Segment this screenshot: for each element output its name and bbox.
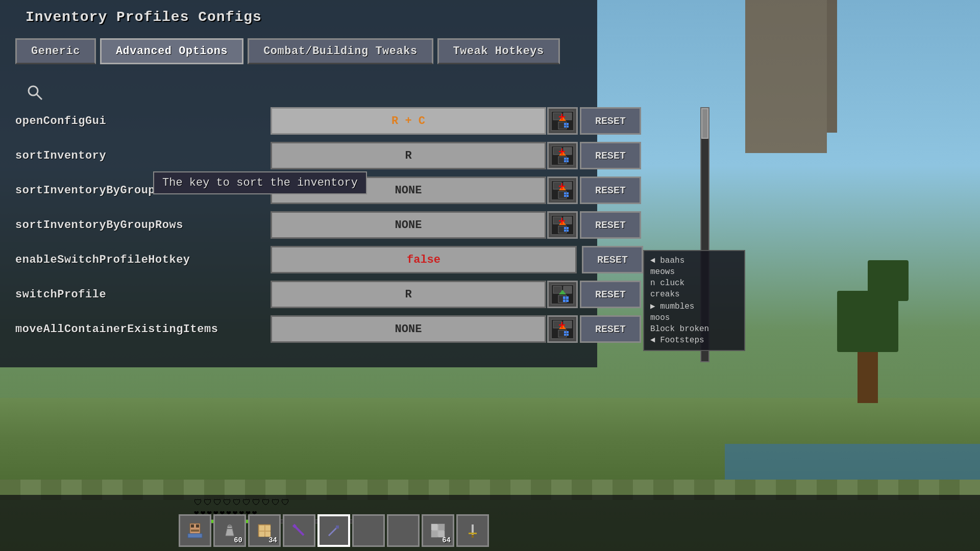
label-sortByGroupRows: sortInventoryByGroupRows bbox=[15, 219, 271, 232]
action-btn-switchProfile[interactable] bbox=[547, 281, 578, 308]
armor-1: 🛡 bbox=[194, 498, 202, 508]
action-icon-inner-6 bbox=[551, 319, 574, 339]
config-row-enableSwitchProfileHotkey: enableSwitchProfileHotkey false RESET bbox=[15, 246, 715, 273]
label-sortByGroupColumns: sortInventoryByGroupColumns bbox=[15, 184, 271, 197]
label-sortInventory: sortInventory bbox=[15, 149, 271, 162]
sound-item-5[interactable]: moos bbox=[644, 312, 744, 323]
tab-advanced[interactable]: Advanced Options bbox=[100, 38, 243, 64]
item-count-2: 60 bbox=[234, 536, 242, 544]
label-enableSwitchProfileHotkey: enableSwitchProfileHotkey bbox=[15, 254, 271, 266]
svg-rect-21 bbox=[567, 160, 569, 162]
hotbar: 60 34 bbox=[179, 514, 489, 547]
svg-rect-59 bbox=[567, 334, 569, 336]
tab-bar: Generic Advanced Options Combat/Building… bbox=[15, 38, 560, 64]
svg-rect-20 bbox=[564, 160, 566, 162]
item-count-8: 64 bbox=[442, 536, 451, 544]
item-icon-9 bbox=[462, 520, 483, 541]
config-row-switchProfile: switchProfile R bbox=[15, 281, 715, 308]
value-text-sortByGroupRows: NONE bbox=[395, 219, 422, 232]
value-enableSwitchProfileHotkey[interactable]: false bbox=[271, 246, 577, 273]
svg-rect-43 bbox=[564, 286, 572, 293]
value-text-sortInventory: R bbox=[405, 149, 411, 162]
tab-generic[interactable]: Generic bbox=[15, 38, 96, 64]
sound-item-0[interactable]: ◄ baahs bbox=[644, 255, 744, 266]
hotbar-slot-1[interactable] bbox=[179, 514, 211, 547]
reset-btn-sortByGroupRows[interactable]: RESET bbox=[580, 211, 641, 239]
sound-item-2[interactable]: n cluck bbox=[644, 278, 744, 289]
svg-rect-8 bbox=[564, 123, 566, 125]
svg-line-71 bbox=[295, 526, 304, 535]
svg-rect-39 bbox=[567, 227, 569, 229]
sound-text-5: moos bbox=[650, 313, 670, 322]
config-row-sortByGroupRows: sortInventoryByGroupRows NONE bbox=[15, 211, 715, 239]
armor-7: 🛡 bbox=[252, 498, 260, 508]
svg-rect-41 bbox=[567, 230, 569, 232]
svg-point-0 bbox=[29, 86, 38, 95]
action-btn-sortByGroupRows[interactable] bbox=[547, 211, 578, 239]
label-openConfigGui: openConfigGui bbox=[15, 115, 271, 128]
action-btn-moveAllContainer[interactable] bbox=[547, 315, 578, 343]
action-btn-openConfigGui[interactable] bbox=[547, 107, 578, 135]
armor-8: 🛡 bbox=[262, 498, 270, 508]
reset-btn-sortInventory[interactable]: RESET bbox=[580, 142, 641, 169]
sound-item-3[interactable]: creaks bbox=[644, 289, 744, 300]
tab-combat[interactable]: Combat/Building Tweaks bbox=[248, 38, 433, 64]
sound-item-4[interactable]: ▶ mumbles bbox=[644, 300, 744, 312]
sound-arrow-4: ▶ bbox=[650, 302, 660, 311]
sound-item-1[interactable]: meows bbox=[644, 266, 744, 278]
svg-rect-18 bbox=[564, 158, 566, 160]
hotbar-slot-4[interactable] bbox=[283, 514, 315, 547]
value-sortByGroupRows[interactable]: NONE bbox=[271, 211, 546, 239]
svg-rect-74 bbox=[438, 524, 445, 530]
value-switchProfile[interactable]: R bbox=[271, 281, 546, 308]
armor-6: 🛡 bbox=[242, 498, 251, 508]
reset-btn-moveAllContainer[interactable]: RESET bbox=[580, 315, 641, 343]
value-text-openConfigGui: R + C bbox=[391, 115, 425, 128]
reset-btn-enableSwitchProfileHotkey[interactable]: RESET bbox=[582, 246, 643, 273]
hotbar-slot-5[interactable] bbox=[317, 514, 350, 547]
item-count-3: 34 bbox=[268, 536, 277, 544]
svg-rect-31 bbox=[567, 195, 569, 197]
svg-rect-56 bbox=[564, 331, 566, 333]
config-area: openConfigGui R + C bbox=[15, 107, 715, 350]
svg-rect-30 bbox=[564, 195, 566, 197]
hotbar-slot-8[interactable]: 64 bbox=[422, 514, 454, 547]
scrollbar-thumb[interactable] bbox=[701, 108, 708, 139]
svg-rect-28 bbox=[564, 192, 566, 194]
reset-btn-sortByGroupColumns[interactable]: RESET bbox=[580, 177, 641, 204]
armor-bar: 🛡 🛡 🛡 🛡 🛡 🛡 🛡 🛡 🛡 🛡 bbox=[194, 498, 289, 508]
hotbar-slot-9[interactable] bbox=[456, 514, 489, 547]
svg-rect-42 bbox=[553, 286, 561, 293]
sound-item-7[interactable]: ◄ Footsteps bbox=[644, 335, 744, 346]
svg-rect-9 bbox=[567, 123, 569, 125]
armor-9: 🛡 bbox=[272, 498, 280, 508]
svg-rect-40 bbox=[564, 230, 566, 232]
sound-item-6[interactable]: Block broken bbox=[644, 323, 744, 335]
sound-text-3: creaks bbox=[650, 290, 680, 299]
svg-rect-64 bbox=[188, 534, 202, 538]
action-btn-sortByGroupColumns[interactable] bbox=[547, 177, 578, 204]
svg-rect-73 bbox=[431, 524, 437, 530]
hud-bar: 🛡 🛡 🛡 🛡 🛡 🛡 🛡 🛡 🛡 🛡 ❤ ❤ ❤ ❤ ❤ ❤ ❤ ❤ ❤ ❤ bbox=[0, 495, 980, 551]
value-sortInventory[interactable]: R bbox=[271, 142, 546, 169]
svg-rect-47 bbox=[566, 296, 569, 299]
hotbar-slot-7[interactable] bbox=[387, 514, 420, 547]
value-text-sortByGroupColumns: NONE bbox=[395, 184, 422, 197]
value-openConfigGui[interactable]: R + C bbox=[271, 107, 546, 135]
svg-rect-63 bbox=[191, 530, 199, 532]
hotbar-slot-6[interactable] bbox=[352, 514, 385, 547]
reset-btn-switchProfile[interactable]: RESET bbox=[580, 281, 641, 308]
hotbar-slot-3[interactable]: 34 bbox=[248, 514, 281, 547]
value-moveAllContainer[interactable]: NONE bbox=[271, 315, 546, 343]
reset-btn-openConfigGui[interactable]: RESET bbox=[580, 107, 641, 135]
action-btn-sortInventory[interactable] bbox=[547, 142, 578, 169]
config-row-sortInventory: sortInventory R bbox=[15, 142, 715, 169]
config-row-moveAllContainer: moveAllContainerExistingItems NONE bbox=[15, 315, 715, 343]
value-sortByGroupColumns[interactable]: NONE bbox=[271, 177, 546, 204]
tab-hotkeys[interactable]: Tweak Hotkeys bbox=[437, 38, 560, 64]
sound-text-7: Footsteps bbox=[660, 336, 704, 345]
hotbar-slot-2[interactable]: 60 bbox=[213, 514, 246, 547]
sound-text-4: mumbles bbox=[660, 302, 694, 311]
search-icon[interactable] bbox=[27, 84, 43, 105]
svg-rect-49 bbox=[566, 299, 569, 302]
